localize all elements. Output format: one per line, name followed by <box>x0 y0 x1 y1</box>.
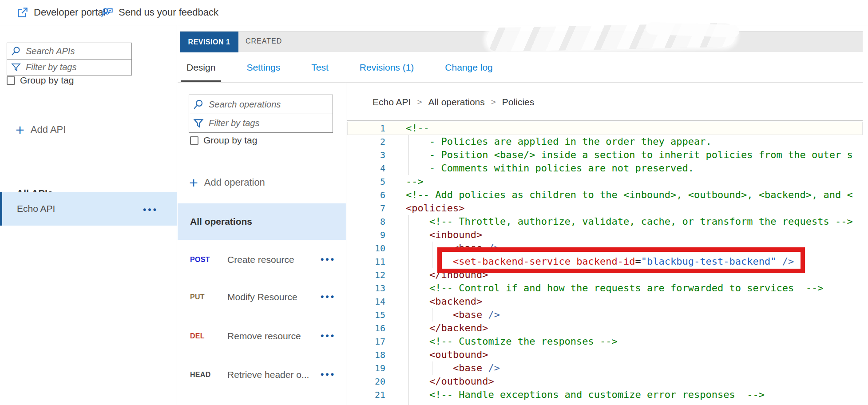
plus-icon: + <box>189 178 198 187</box>
breadcrumb-separator: > <box>417 97 422 107</box>
code-text: <!-- Add policies as children to the <in… <box>406 188 853 202</box>
code-text: </outbound> <box>406 375 494 388</box>
group-by-tag-row: Group by tag <box>7 75 74 86</box>
sidebar-item-echo-api[interactable]: Echo API ••• <box>0 192 177 226</box>
method-badge: PUT <box>190 293 221 301</box>
code-text: --> <box>406 175 424 188</box>
add-operation-button[interactable]: + Add operation <box>189 177 265 188</box>
operation-name: Create resource <box>227 254 294 265</box>
filter-operations-by-tags-input[interactable] <box>208 118 329 129</box>
breadcrumb-all-operations[interactable]: All operations <box>428 97 485 107</box>
operation-context-menu-button[interactable]: ••• <box>321 254 336 265</box>
search-operations-input[interactable] <box>208 99 329 110</box>
code-line-20[interactable]: 20 </outbound> <box>347 375 863 388</box>
search-apis-input[interactable] <box>25 46 128 57</box>
code-text: <backend> <box>406 295 482 308</box>
operation-row-modify-resource[interactable]: PUTModify Resource••• <box>178 290 346 305</box>
breadcrumb-separator: > <box>491 97 496 107</box>
line-number: 8 <box>347 215 385 228</box>
code-text: <policies> <box>406 202 464 215</box>
code-line-17[interactable]: 17 <!-- Customize the responses --> <box>347 335 863 348</box>
tab-settings[interactable]: Settings <box>241 52 286 82</box>
line-number: 2 <box>347 135 385 148</box>
code-line-8[interactable]: 8 <!-- Throttle, authorize, validate, ca… <box>347 215 863 228</box>
code-line-9[interactable]: 9 <inbound> <box>347 228 863 242</box>
revision-badge[interactable]: REVISION 1 <box>180 32 238 52</box>
code-text: <inbound> <box>406 228 482 242</box>
operation-context-menu-button[interactable]: ••• <box>321 369 336 380</box>
line-number: 22 <box>347 401 385 405</box>
plus-icon: + <box>16 125 24 134</box>
revision-created-label: CREATED <box>246 37 282 45</box>
code-line-4[interactable]: 4 - Comments within policies are not pre… <box>347 162 863 175</box>
external-link-icon <box>16 7 28 19</box>
api-sidebar: Group by tag + Add API All APIs Echo API… <box>0 25 177 405</box>
code-text: <base /> <box>406 361 500 375</box>
tab-change-log[interactable]: Change log <box>439 52 498 82</box>
api-context-menu-button[interactable]: ••• <box>143 204 158 215</box>
line-number: 4 <box>347 162 385 175</box>
operation-row-remove-resource[interactable]: DELRemove resource••• <box>178 329 346 344</box>
operation-context-menu-button[interactable]: ••• <box>321 330 336 341</box>
filter-apis-by-tags-input[interactable] <box>25 62 128 73</box>
all-operations-item[interactable]: All operations <box>178 203 346 240</box>
feedback-person-icon <box>100 7 113 19</box>
developer-portal-link[interactable]: Developer portal <box>16 0 105 25</box>
group-by-tag-label: Group by tag <box>20 75 74 86</box>
method-badge: DEL <box>190 332 221 340</box>
operations-search-row <box>189 95 333 114</box>
tab-test[interactable]: Test <box>305 52 334 82</box>
api-search-group <box>7 43 132 75</box>
add-operation-label: Add operation <box>204 177 265 188</box>
code-line-5[interactable]: 5--> <box>347 175 863 188</box>
group-by-tag-checkbox[interactable] <box>190 136 198 145</box>
api-search-row <box>7 43 131 59</box>
operation-row-retrieve-header-o-[interactable]: HEADRetrieve header o...••• <box>178 367 346 382</box>
code-line-21[interactable]: 21 <!-- Handle exceptions and customize … <box>347 388 863 401</box>
code-line-19[interactable]: 19 <base /> <box>347 361 863 375</box>
code-line-15[interactable]: 15 <base /> <box>347 308 863 322</box>
code-line-2[interactable]: 2 - Policies are applied in the order th… <box>347 135 863 148</box>
code-line-1[interactable]: 1<!-- <box>347 122 863 135</box>
code-line-7[interactable]: 7<policies> <box>347 202 863 215</box>
code-line-16[interactable]: 16 </backend> <box>347 322 863 335</box>
line-number: 21 <box>347 388 385 401</box>
add-api-button[interactable]: + Add API <box>16 124 66 135</box>
code-text: <!-- <box>406 122 429 135</box>
feedback-label: Send us your feedback <box>119 7 218 18</box>
line-number: 3 <box>347 148 385 162</box>
line-number: 5 <box>347 175 385 188</box>
api-tabs: DesignSettingsTestRevisions (1)Change lo… <box>178 52 863 83</box>
add-api-label: Add API <box>31 124 66 135</box>
breadcrumb-policies[interactable]: Policies <box>502 97 534 107</box>
tab-revisions-1-[interactable]: Revisions (1) <box>354 52 420 82</box>
line-number: 19 <box>347 361 385 375</box>
line-number: 10 <box>347 242 385 255</box>
policy-code-editor[interactable]: 1<!--2 - Policies are applied in the ord… <box>347 120 863 405</box>
code-text: <on-error> <box>406 401 488 405</box>
feedback-link[interactable]: Send us your feedback <box>100 0 218 25</box>
line-number: 18 <box>347 348 385 361</box>
operation-row-create-resource[interactable]: POSTCreate resource••• <box>178 252 346 267</box>
operation-context-menu-button[interactable]: ••• <box>321 291 336 302</box>
code-line-3[interactable]: 3 - Position <base/> inside a section to… <box>347 148 863 162</box>
code-line-14[interactable]: 14 <backend> <box>347 295 863 308</box>
code-text: - Comments within policies are not prese… <box>406 162 694 175</box>
code-line-6[interactable]: 6<!-- Add policies as children to the <i… <box>347 188 863 202</box>
code-line-13[interactable]: 13 <!-- Control if and how the requests … <box>347 282 863 295</box>
code-text: <!-- Control if and how the requests are… <box>406 282 823 295</box>
line-number: 15 <box>347 308 385 322</box>
line-number: 20 <box>347 375 385 388</box>
operations-filter-row <box>189 114 333 132</box>
operation-name: Modify Resource <box>227 292 297 302</box>
code-line-22[interactable]: 22 <on-error> <box>347 401 863 405</box>
breadcrumb-echo-api[interactable]: Echo API <box>373 97 411 107</box>
line-number: 7 <box>347 202 385 215</box>
all-operations-label: All operations <box>190 216 252 227</box>
line-number: 16 <box>347 322 385 335</box>
tab-design[interactable]: Design <box>181 52 221 82</box>
code-line-18[interactable]: 18 <outbound> <box>347 348 863 361</box>
operations-search-group <box>189 95 333 133</box>
group-by-tag-checkbox[interactable] <box>7 76 15 85</box>
search-icon <box>193 99 204 110</box>
